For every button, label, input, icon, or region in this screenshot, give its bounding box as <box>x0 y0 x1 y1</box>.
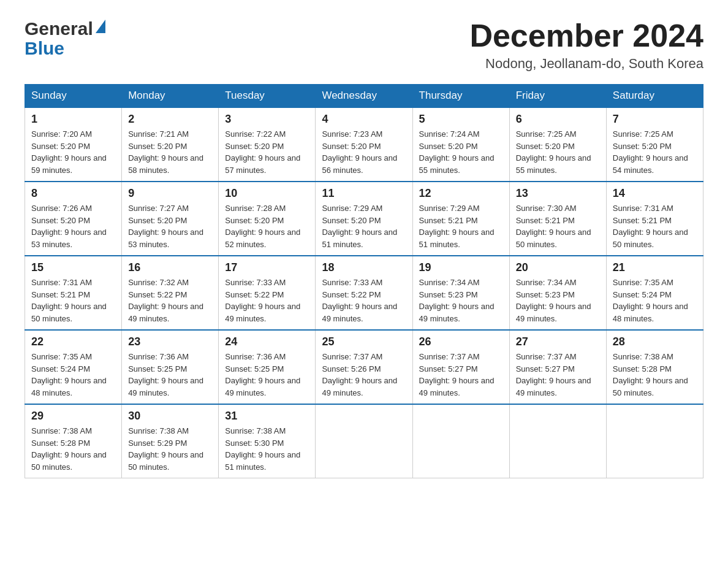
day-info-14: Sunrise: 7:31 AMSunset: 5:21 PMDaylight:… <box>613 202 697 250</box>
table-row: 10Sunrise: 7:28 AMSunset: 5:20 PMDayligh… <box>219 182 316 256</box>
day-info-25: Sunrise: 7:37 AMSunset: 5:26 PMDaylight:… <box>322 351 406 399</box>
day-number-7: 7 <box>613 113 697 126</box>
table-row: 2Sunrise: 7:21 AMSunset: 5:20 PMDaylight… <box>122 107 219 182</box>
table-row: 29Sunrise: 7:38 AMSunset: 5:28 PMDayligh… <box>25 404 122 478</box>
header-sunday: Sunday <box>25 85 122 108</box>
table-row: 4Sunrise: 7:23 AMSunset: 5:20 PMDaylight… <box>316 107 412 182</box>
table-row: 18Sunrise: 7:33 AMSunset: 5:22 PMDayligh… <box>316 256 412 330</box>
day-number-25: 25 <box>322 335 406 348</box>
page-header: General Blue December 2024 Nodong, Jeoll… <box>25 18 703 72</box>
table-row: 7Sunrise: 7:25 AMSunset: 5:20 PMDaylight… <box>606 107 703 182</box>
table-row: 22Sunrise: 7:35 AMSunset: 5:24 PMDayligh… <box>25 330 122 404</box>
day-number-18: 18 <box>322 261 406 274</box>
day-number-31: 31 <box>225 410 309 423</box>
table-row: 24Sunrise: 7:36 AMSunset: 5:25 PMDayligh… <box>219 330 316 404</box>
location-title: Nodong, Jeollanam-do, South Korea <box>469 56 703 72</box>
day-number-6: 6 <box>516 113 600 126</box>
day-number-27: 27 <box>516 335 600 348</box>
table-row: 3Sunrise: 7:22 AMSunset: 5:20 PMDaylight… <box>219 107 316 182</box>
day-number-5: 5 <box>419 113 503 126</box>
day-number-29: 29 <box>31 410 115 423</box>
header-friday: Friday <box>509 85 606 108</box>
day-info-29: Sunrise: 7:38 AMSunset: 5:28 PMDaylight:… <box>31 425 115 473</box>
day-info-2: Sunrise: 7:21 AMSunset: 5:20 PMDaylight:… <box>128 128 212 176</box>
header-tuesday: Tuesday <box>219 85 316 108</box>
day-info-19: Sunrise: 7:34 AMSunset: 5:23 PMDaylight:… <box>419 277 503 324</box>
day-number-22: 22 <box>31 335 115 348</box>
table-row: 15Sunrise: 7:31 AMSunset: 5:21 PMDayligh… <box>25 256 122 330</box>
table-row: 20Sunrise: 7:34 AMSunset: 5:23 PMDayligh… <box>509 256 606 330</box>
day-number-28: 28 <box>613 335 697 348</box>
table-row: 11Sunrise: 7:29 AMSunset: 5:20 PMDayligh… <box>316 182 412 256</box>
day-info-3: Sunrise: 7:22 AMSunset: 5:20 PMDaylight:… <box>225 128 309 176</box>
table-row: 21Sunrise: 7:35 AMSunset: 5:24 PMDayligh… <box>606 256 703 330</box>
day-info-8: Sunrise: 7:26 AMSunset: 5:20 PMDaylight:… <box>31 202 115 250</box>
table-row: 16Sunrise: 7:32 AMSunset: 5:22 PMDayligh… <box>122 256 219 330</box>
header-thursday: Thursday <box>412 85 509 108</box>
logo: General Blue <box>25 18 105 59</box>
day-info-7: Sunrise: 7:25 AMSunset: 5:20 PMDaylight:… <box>613 128 697 176</box>
week-row-4: 22Sunrise: 7:35 AMSunset: 5:24 PMDayligh… <box>25 330 703 404</box>
day-info-12: Sunrise: 7:29 AMSunset: 5:21 PMDaylight:… <box>419 202 503 250</box>
calendar-table: Sunday Monday Tuesday Wednesday Thursday… <box>25 84 703 478</box>
day-number-1: 1 <box>31 113 115 126</box>
table-row: 26Sunrise: 7:37 AMSunset: 5:27 PMDayligh… <box>412 330 509 404</box>
day-number-26: 26 <box>419 335 503 348</box>
day-info-20: Sunrise: 7:34 AMSunset: 5:23 PMDaylight:… <box>516 277 600 324</box>
day-info-16: Sunrise: 7:32 AMSunset: 5:22 PMDaylight:… <box>128 277 212 324</box>
day-info-18: Sunrise: 7:33 AMSunset: 5:22 PMDaylight:… <box>322 277 406 324</box>
table-row <box>606 404 703 478</box>
logo-triangle-icon <box>96 20 105 33</box>
table-row <box>412 404 509 478</box>
table-row: 19Sunrise: 7:34 AMSunset: 5:23 PMDayligh… <box>412 256 509 330</box>
table-row: 25Sunrise: 7:37 AMSunset: 5:26 PMDayligh… <box>316 330 412 404</box>
table-row: 6Sunrise: 7:25 AMSunset: 5:20 PMDaylight… <box>509 107 606 182</box>
day-number-14: 14 <box>613 187 697 200</box>
day-info-10: Sunrise: 7:28 AMSunset: 5:20 PMDaylight:… <box>225 202 309 250</box>
day-number-24: 24 <box>225 335 309 348</box>
header-wednesday: Wednesday <box>316 85 412 108</box>
day-info-11: Sunrise: 7:29 AMSunset: 5:20 PMDaylight:… <box>322 202 406 250</box>
day-info-24: Sunrise: 7:36 AMSunset: 5:25 PMDaylight:… <box>225 351 309 399</box>
table-row: 31Sunrise: 7:38 AMSunset: 5:30 PMDayligh… <box>219 404 316 478</box>
day-info-4: Sunrise: 7:23 AMSunset: 5:20 PMDaylight:… <box>322 128 406 176</box>
table-row: 14Sunrise: 7:31 AMSunset: 5:21 PMDayligh… <box>606 182 703 256</box>
day-info-17: Sunrise: 7:33 AMSunset: 5:22 PMDaylight:… <box>225 277 309 324</box>
logo-blue-text: Blue <box>25 38 64 59</box>
day-info-27: Sunrise: 7:37 AMSunset: 5:27 PMDaylight:… <box>516 351 600 399</box>
logo-general-text: General <box>25 18 93 39</box>
day-number-15: 15 <box>31 261 115 274</box>
day-number-19: 19 <box>419 261 503 274</box>
day-info-22: Sunrise: 7:35 AMSunset: 5:24 PMDaylight:… <box>31 351 115 399</box>
day-info-13: Sunrise: 7:30 AMSunset: 5:21 PMDaylight:… <box>516 202 600 250</box>
table-row: 13Sunrise: 7:30 AMSunset: 5:21 PMDayligh… <box>509 182 606 256</box>
month-title: December 2024 <box>469 18 703 53</box>
weekday-header-row: Sunday Monday Tuesday Wednesday Thursday… <box>25 85 703 108</box>
day-number-3: 3 <box>225 113 309 126</box>
header-saturday: Saturday <box>606 85 703 108</box>
day-info-21: Sunrise: 7:35 AMSunset: 5:24 PMDaylight:… <box>613 277 697 324</box>
day-info-9: Sunrise: 7:27 AMSunset: 5:20 PMDaylight:… <box>128 202 212 250</box>
week-row-1: 1Sunrise: 7:20 AMSunset: 5:20 PMDaylight… <box>25 107 703 182</box>
day-info-1: Sunrise: 7:20 AMSunset: 5:20 PMDaylight:… <box>31 128 115 176</box>
title-area: December 2024 Nodong, Jeollanam-do, Sout… <box>469 18 703 72</box>
day-number-17: 17 <box>225 261 309 274</box>
day-info-31: Sunrise: 7:38 AMSunset: 5:30 PMDaylight:… <box>225 425 309 473</box>
day-number-8: 8 <box>31 187 115 200</box>
day-info-5: Sunrise: 7:24 AMSunset: 5:20 PMDaylight:… <box>419 128 503 176</box>
day-number-21: 21 <box>613 261 697 274</box>
table-row: 8Sunrise: 7:26 AMSunset: 5:20 PMDaylight… <box>25 182 122 256</box>
table-row: 1Sunrise: 7:20 AMSunset: 5:20 PMDaylight… <box>25 107 122 182</box>
day-number-2: 2 <box>128 113 212 126</box>
day-number-23: 23 <box>128 335 212 348</box>
day-number-13: 13 <box>516 187 600 200</box>
week-row-5: 29Sunrise: 7:38 AMSunset: 5:28 PMDayligh… <box>25 404 703 478</box>
day-number-12: 12 <box>419 187 503 200</box>
table-row: 9Sunrise: 7:27 AMSunset: 5:20 PMDaylight… <box>122 182 219 256</box>
day-number-10: 10 <box>225 187 309 200</box>
day-info-30: Sunrise: 7:38 AMSunset: 5:29 PMDaylight:… <box>128 425 212 473</box>
day-info-23: Sunrise: 7:36 AMSunset: 5:25 PMDaylight:… <box>128 351 212 399</box>
table-row: 5Sunrise: 7:24 AMSunset: 5:20 PMDaylight… <box>412 107 509 182</box>
day-info-26: Sunrise: 7:37 AMSunset: 5:27 PMDaylight:… <box>419 351 503 399</box>
day-number-20: 20 <box>516 261 600 274</box>
